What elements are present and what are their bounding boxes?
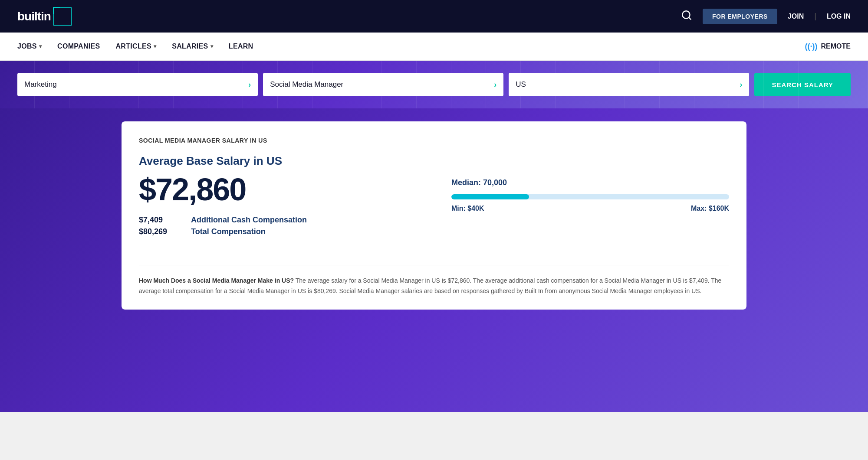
category-arrow-icon: › xyxy=(248,80,251,89)
logo[interactable]: builtin xyxy=(17,7,72,26)
total-compensation-row: $80,269 Total Compensation xyxy=(139,227,417,236)
search-salary-button[interactable]: SEARCH SALARY xyxy=(754,73,851,96)
articles-chevron-icon: ▾ xyxy=(154,43,156,49)
jobs-chevron-icon: ▾ xyxy=(39,43,42,49)
login-link[interactable]: LOG IN xyxy=(827,13,851,20)
description-question: How Much Does a Social Media Manager Mak… xyxy=(139,277,294,284)
nav-item-articles[interactable]: ARTICLES ▾ xyxy=(116,42,157,50)
total-label: Total Compensation xyxy=(191,227,266,236)
cash-compensation-row: $7,409 Additional Cash Compensation xyxy=(139,215,417,225)
base-salary-amount: $72,860 xyxy=(139,174,417,205)
salary-bar-fill xyxy=(451,194,529,199)
salary-card: SOCIAL MEDIA MANAGER SALARY IN US Averag… xyxy=(122,121,746,310)
job-title-input[interactable]: Social Media Manager › xyxy=(263,73,503,96)
logo-text: builtin xyxy=(17,10,51,23)
nav-item-salaries[interactable]: SALARIES ▾ xyxy=(172,42,213,50)
nav-item-companies[interactable]: COMPANIES xyxy=(57,42,100,50)
svg-line-1 xyxy=(689,17,691,20)
secondary-navigation: JOBS ▾ COMPANIES ARTICLES ▾ SALARIES ▾ L… xyxy=(0,33,868,61)
salary-left-column: $72,860 $7,409 Additional Cash Compensat… xyxy=(139,174,417,249)
top-nav-right: FOR EMPLOYERS JOIN | LOG IN xyxy=(681,9,851,24)
cash-amount: $7,409 xyxy=(139,215,182,225)
join-link[interactable]: JOIN xyxy=(788,13,804,20)
location-arrow-icon: › xyxy=(740,80,742,89)
cash-label: Additional Cash Compensation xyxy=(191,215,307,225)
search-icon[interactable] xyxy=(681,10,692,23)
category-value: Marketing xyxy=(24,80,57,89)
salary-main-row: $72,860 $7,409 Additional Cash Compensat… xyxy=(139,174,729,249)
logo-bracket-icon xyxy=(53,7,72,26)
category-input[interactable]: Marketing › xyxy=(17,73,258,96)
location-value: US xyxy=(516,80,526,89)
for-employers-button[interactable]: FOR EMPLOYERS xyxy=(703,9,777,24)
remote-nav-item[interactable]: ((·)) REMOTE xyxy=(805,42,851,51)
salary-description: How Much Does a Social Media Manager Mak… xyxy=(139,265,729,297)
remote-signal-icon: ((·)) xyxy=(805,42,818,51)
location-input[interactable]: US › xyxy=(509,73,749,96)
nav-item-jobs[interactable]: JOBS ▾ xyxy=(17,42,42,50)
page-title: SOCIAL MEDIA MANAGER SALARY IN US xyxy=(139,137,729,144)
job-title-arrow-icon: › xyxy=(494,80,496,89)
salary-min-label: Min: $40K xyxy=(451,205,484,212)
salaries-chevron-icon: ▾ xyxy=(210,43,213,49)
median-value: Median: 70,000 xyxy=(451,178,729,187)
salary-bar-container xyxy=(451,194,729,199)
average-salary-title: Average Base Salary in US xyxy=(139,154,729,168)
secondary-nav-items: JOBS ▾ COMPANIES ARTICLES ▾ SALARIES ▾ L… xyxy=(17,42,253,50)
salary-right-column: Median: 70,000 Min: $40K Max: $160K xyxy=(417,174,729,212)
salary-bar-background xyxy=(451,194,729,199)
salary-max-label: Max: $160K xyxy=(691,205,729,212)
salary-range-labels: Min: $40K Max: $160K xyxy=(451,205,729,212)
top-navigation: builtin FOR EMPLOYERS JOIN | LOG IN xyxy=(0,0,868,33)
salary-details: $7,409 Additional Cash Compensation $80,… xyxy=(139,215,417,236)
main-content: SOCIAL MEDIA MANAGER SALARY IN US Averag… xyxy=(0,108,868,412)
search-area: Marketing › Social Media Manager › US › … xyxy=(0,61,868,108)
job-title-value: Social Media Manager xyxy=(270,80,343,89)
total-amount: $80,269 xyxy=(139,227,182,236)
nav-item-learn[interactable]: LEARN xyxy=(229,42,253,50)
nav-divider: | xyxy=(814,12,816,21)
